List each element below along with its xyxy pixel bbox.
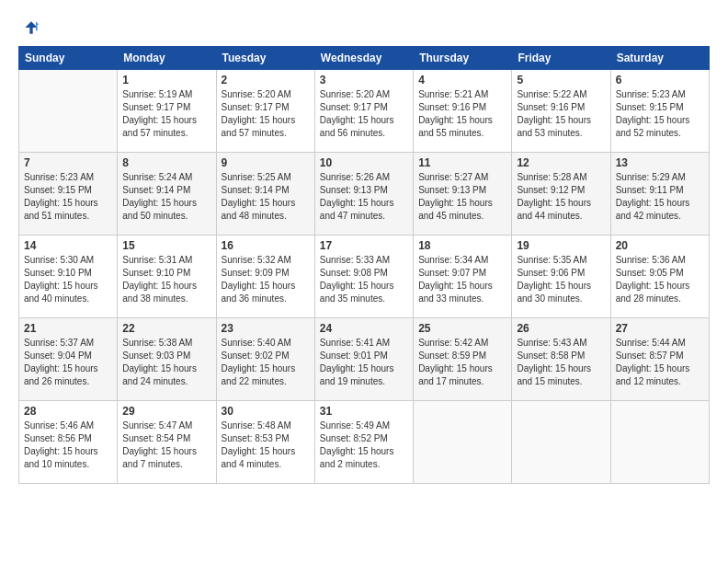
calendar-cell	[610, 401, 709, 484]
page-header	[18, 18, 710, 37]
calendar-week-row: 21Sunrise: 5:37 AM Sunset: 9:04 PM Dayli…	[19, 318, 710, 401]
calendar-cell: 4Sunrise: 5:21 AM Sunset: 9:16 PM Daylig…	[414, 70, 512, 153]
cell-content: Sunrise: 5:22 AM Sunset: 9:16 PM Dayligh…	[517, 88, 605, 140]
day-number: 7	[24, 156, 112, 169]
day-number: 26	[517, 322, 605, 335]
calendar-cell: 16Sunrise: 5:32 AM Sunset: 9:09 PM Dayli…	[216, 236, 314, 318]
calendar-cell: 29Sunrise: 5:47 AM Sunset: 8:54 PM Dayli…	[118, 401, 216, 484]
calendar-cell: 20Sunrise: 5:36 AM Sunset: 9:05 PM Dayli…	[610, 236, 709, 318]
day-header-saturday: Saturday	[610, 47, 709, 70]
calendar-cell: 27Sunrise: 5:44 AM Sunset: 8:57 PM Dayli…	[610, 318, 709, 401]
calendar-table: SundayMondayTuesdayWednesdayThursdayFrid…	[18, 46, 710, 484]
day-header-tuesday: Tuesday	[216, 47, 314, 70]
cell-content: Sunrise: 5:47 AM Sunset: 8:54 PM Dayligh…	[122, 419, 210, 471]
calendar-cell: 25Sunrise: 5:42 AM Sunset: 8:59 PM Dayli…	[414, 318, 512, 401]
calendar-cell: 22Sunrise: 5:38 AM Sunset: 9:03 PM Dayli…	[118, 318, 216, 401]
calendar-cell: 14Sunrise: 5:30 AM Sunset: 9:10 PM Dayli…	[19, 236, 118, 318]
cell-content: Sunrise: 5:28 AM Sunset: 9:12 PM Dayligh…	[517, 171, 605, 223]
day-number: 5	[517, 74, 605, 86]
calendar-cell: 1Sunrise: 5:19 AM Sunset: 9:17 PM Daylig…	[118, 70, 216, 153]
calendar-cell	[512, 401, 610, 484]
cell-content: Sunrise: 5:19 AM Sunset: 9:17 PM Dayligh…	[122, 88, 210, 140]
calendar-cell: 11Sunrise: 5:27 AM Sunset: 9:13 PM Dayli…	[414, 153, 512, 236]
cell-content: Sunrise: 5:38 AM Sunset: 9:03 PM Dayligh…	[122, 337, 210, 388]
day-number: 20	[616, 239, 704, 252]
calendar-cell: 31Sunrise: 5:49 AM Sunset: 8:52 PM Dayli…	[314, 401, 413, 484]
cell-content: Sunrise: 5:30 AM Sunset: 9:10 PM Dayligh…	[24, 254, 112, 305]
day-number: 18	[418, 239, 506, 252]
calendar-cell: 15Sunrise: 5:31 AM Sunset: 9:10 PM Dayli…	[118, 236, 216, 318]
cell-content: Sunrise: 5:48 AM Sunset: 8:53 PM Dayligh…	[222, 419, 310, 471]
cell-content: Sunrise: 5:36 AM Sunset: 9:05 PM Dayligh…	[616, 254, 704, 305]
day-number: 6	[616, 74, 704, 86]
day-number: 29	[122, 405, 210, 418]
calendar-cell: 8Sunrise: 5:24 AM Sunset: 9:14 PM Daylig…	[118, 153, 216, 236]
calendar-cell	[414, 401, 512, 484]
day-number: 14	[24, 239, 112, 252]
day-number: 31	[320, 405, 408, 418]
logo	[18, 18, 42, 37]
day-number: 22	[122, 322, 210, 335]
day-number: 3	[320, 74, 408, 86]
cell-content: Sunrise: 5:32 AM Sunset: 9:09 PM Dayligh…	[222, 254, 310, 305]
day-number: 28	[24, 405, 112, 418]
cell-content: Sunrise: 5:40 AM Sunset: 9:02 PM Dayligh…	[222, 337, 310, 388]
calendar-cell: 19Sunrise: 5:35 AM Sunset: 9:06 PM Dayli…	[512, 236, 610, 318]
cell-content: Sunrise: 5:25 AM Sunset: 9:14 PM Dayligh…	[222, 171, 310, 223]
day-number: 15	[122, 239, 210, 252]
cell-content: Sunrise: 5:27 AM Sunset: 9:13 PM Dayligh…	[418, 171, 506, 223]
day-number: 11	[418, 156, 506, 169]
calendar-cell: 7Sunrise: 5:23 AM Sunset: 9:15 PM Daylig…	[19, 153, 118, 236]
cell-content: Sunrise: 5:29 AM Sunset: 9:11 PM Dayligh…	[616, 171, 704, 223]
day-number: 13	[616, 156, 704, 169]
day-header-wednesday: Wednesday	[314, 47, 413, 70]
cell-content: Sunrise: 5:21 AM Sunset: 9:16 PM Dayligh…	[418, 88, 506, 140]
cell-content: Sunrise: 5:44 AM Sunset: 8:57 PM Dayligh…	[616, 337, 704, 388]
cell-content: Sunrise: 5:37 AM Sunset: 9:04 PM Dayligh…	[24, 337, 112, 388]
day-header-sunday: Sunday	[19, 47, 118, 70]
day-number: 2	[222, 74, 310, 86]
calendar-cell: 23Sunrise: 5:40 AM Sunset: 9:02 PM Dayli…	[216, 318, 314, 401]
calendar-week-row: 7Sunrise: 5:23 AM Sunset: 9:15 PM Daylig…	[19, 153, 710, 236]
cell-content: Sunrise: 5:24 AM Sunset: 9:14 PM Dayligh…	[122, 171, 210, 223]
cell-content: Sunrise: 5:31 AM Sunset: 9:10 PM Dayligh…	[122, 254, 210, 305]
calendar-week-row: 1Sunrise: 5:19 AM Sunset: 9:17 PM Daylig…	[19, 70, 710, 153]
day-number: 23	[222, 322, 310, 335]
calendar-header-row: SundayMondayTuesdayWednesdayThursdayFrid…	[19, 47, 710, 70]
cell-content: Sunrise: 5:35 AM Sunset: 9:06 PM Dayligh…	[517, 254, 605, 305]
calendar-cell	[19, 70, 118, 153]
day-number: 12	[517, 156, 605, 169]
day-number: 17	[320, 239, 408, 252]
cell-content: Sunrise: 5:20 AM Sunset: 9:17 PM Dayligh…	[222, 88, 310, 140]
calendar-cell: 5Sunrise: 5:22 AM Sunset: 9:16 PM Daylig…	[512, 70, 610, 153]
cell-content: Sunrise: 5:23 AM Sunset: 9:15 PM Dayligh…	[24, 171, 112, 223]
day-number: 27	[616, 322, 704, 335]
calendar-cell: 6Sunrise: 5:23 AM Sunset: 9:15 PM Daylig…	[610, 70, 709, 153]
day-number: 30	[222, 405, 310, 418]
cell-content: Sunrise: 5:34 AM Sunset: 9:07 PM Dayligh…	[418, 254, 506, 305]
day-number: 25	[418, 322, 506, 335]
day-number: 21	[24, 322, 112, 335]
cell-content: Sunrise: 5:33 AM Sunset: 9:08 PM Dayligh…	[320, 254, 408, 305]
day-header-thursday: Thursday	[414, 47, 512, 70]
calendar-cell: 12Sunrise: 5:28 AM Sunset: 9:12 PM Dayli…	[512, 153, 610, 236]
cell-content: Sunrise: 5:49 AM Sunset: 8:52 PM Dayligh…	[320, 419, 408, 471]
cell-content: Sunrise: 5:46 AM Sunset: 8:56 PM Dayligh…	[24, 419, 112, 471]
calendar-cell: 9Sunrise: 5:25 AM Sunset: 9:14 PM Daylig…	[216, 153, 314, 236]
calendar-cell: 13Sunrise: 5:29 AM Sunset: 9:11 PM Dayli…	[610, 153, 709, 236]
day-header-friday: Friday	[512, 47, 610, 70]
calendar-cell: 2Sunrise: 5:20 AM Sunset: 9:17 PM Daylig…	[216, 70, 314, 153]
calendar-cell: 28Sunrise: 5:46 AM Sunset: 8:56 PM Dayli…	[19, 401, 118, 484]
day-number: 10	[320, 156, 408, 169]
cell-content: Sunrise: 5:26 AM Sunset: 9:13 PM Dayligh…	[320, 171, 408, 223]
day-number: 19	[517, 239, 605, 252]
day-number: 9	[222, 156, 310, 169]
calendar-week-row: 14Sunrise: 5:30 AM Sunset: 9:10 PM Dayli…	[19, 236, 710, 318]
logo-icon	[22, 18, 40, 37]
calendar-cell: 10Sunrise: 5:26 AM Sunset: 9:13 PM Dayli…	[314, 153, 413, 236]
day-number: 8	[122, 156, 210, 169]
day-number: 24	[320, 322, 408, 335]
day-number: 1	[122, 74, 210, 86]
calendar-week-row: 28Sunrise: 5:46 AM Sunset: 8:56 PM Dayli…	[19, 401, 710, 484]
cell-content: Sunrise: 5:42 AM Sunset: 8:59 PM Dayligh…	[418, 337, 506, 388]
